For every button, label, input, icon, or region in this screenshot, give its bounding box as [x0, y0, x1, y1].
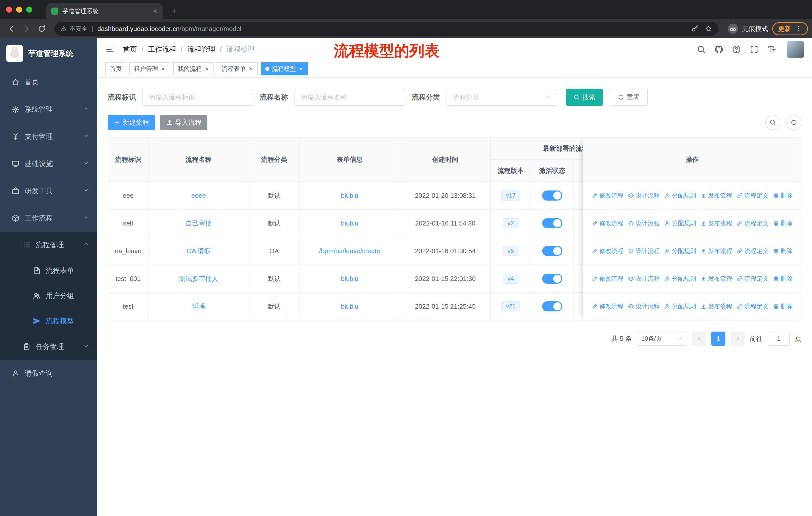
sidebar-item-dev-tools[interactable]: 研发工具: [0, 178, 97, 205]
sidebar-item-infrastructure[interactable]: 基础设施: [0, 150, 97, 178]
action-definition[interactable]: 流程定义: [737, 191, 768, 199]
create-process-button[interactable]: 新建流程: [108, 115, 155, 130]
tag[interactable]: 我的流程: [173, 62, 214, 75]
prev-page-button[interactable]: [692, 332, 706, 346]
tag[interactable]: 流程模型: [261, 62, 308, 75]
cell-name[interactable]: 滔博: [192, 302, 205, 311]
sidebar-item-task-management[interactable]: 任务管理: [0, 333, 97, 360]
action-assign[interactable]: 分配规则: [664, 302, 696, 310]
breadcrumb-item[interactable]: 首页: [123, 45, 137, 54]
new-tab-button[interactable]: [167, 4, 181, 18]
tag-close-icon[interactable]: [298, 66, 303, 71]
action-assign[interactable]: 分配规则: [664, 247, 696, 255]
sidebar-item-user-group[interactable]: 用户分组: [0, 283, 97, 308]
back-icon[interactable]: [4, 21, 19, 36]
status-toggle[interactable]: [542, 218, 562, 228]
hamburger-icon[interactable]: [105, 45, 115, 54]
action-publish[interactable]: 发布流程: [700, 219, 732, 227]
action-design[interactable]: 设计流程: [628, 191, 660, 199]
action-delete[interactable]: 删除: [773, 191, 793, 199]
status-toggle[interactable]: [542, 190, 562, 200]
cell-form[interactable]: biubiu: [341, 192, 358, 199]
breadcrumb-item[interactable]: 流程管理: [187, 45, 215, 54]
action-edit[interactable]: 修改流程: [592, 219, 624, 227]
action-publish[interactable]: 发布流程: [700, 275, 732, 283]
update-button[interactable]: 更新: [772, 22, 808, 35]
maximize-window-button[interactable]: [26, 6, 32, 12]
action-assign[interactable]: 分配规则: [664, 219, 696, 227]
status-toggle[interactable]: [542, 246, 562, 256]
action-definition[interactable]: 流程定义: [737, 219, 768, 227]
sidebar-item-home[interactable]: 首页: [0, 69, 97, 96]
action-edit[interactable]: 修改流程: [592, 191, 624, 199]
breadcrumb-item[interactable]: 工作流程: [148, 45, 176, 54]
status-toggle[interactable]: [542, 301, 562, 311]
category-select[interactable]: 流程分类: [446, 89, 557, 106]
import-process-button[interactable]: 导入流程: [160, 115, 207, 130]
cell-name[interactable]: 测试多审批人: [179, 274, 218, 283]
browser-tab[interactable]: 芋道管理系统: [46, 3, 163, 19]
security-chip[interactable]: 不安全: [60, 25, 88, 33]
goto-page-input[interactable]: [768, 332, 790, 346]
reset-button[interactable]: 重置: [610, 89, 648, 106]
kebab-menu-icon[interactable]: [795, 25, 802, 32]
sidebar-item-leave-query[interactable]: 请假查询: [0, 360, 97, 387]
refresh-table-button[interactable]: [786, 115, 802, 130]
sidebar-item-payment[interactable]: 支付管理: [0, 123, 97, 150]
action-delete[interactable]: 删除: [773, 247, 793, 255]
action-delete[interactable]: 删除: [773, 275, 793, 283]
status-toggle[interactable]: [542, 274, 562, 284]
avatar[interactable]: [787, 41, 804, 58]
bookmark-star-icon[interactable]: [705, 25, 712, 32]
cell-name[interactable]: OA 请假: [186, 247, 210, 255]
question-icon[interactable]: [732, 45, 741, 54]
address-bar[interactable]: 不安全 | dashboard.yudao.iocoder.cn/bpm/man…: [54, 22, 718, 36]
action-delete[interactable]: 删除: [773, 219, 793, 227]
cell-form[interactable]: biubiu: [341, 219, 358, 227]
action-publish[interactable]: 发布流程: [700, 302, 732, 310]
action-definition[interactable]: 流程定义: [737, 247, 768, 255]
action-design[interactable]: 设计流程: [628, 275, 660, 283]
cell-form[interactable]: /bpm/oa/leave/create: [319, 247, 380, 255]
process-name-input[interactable]: [294, 89, 405, 106]
action-design[interactable]: 设计流程: [628, 302, 660, 310]
action-edit[interactable]: 修改流程: [592, 302, 624, 310]
sidebar-item-workflow[interactable]: 工作流程: [0, 205, 97, 232]
action-definition[interactable]: 流程定义: [737, 275, 768, 283]
search-icon[interactable]: [697, 45, 706, 54]
github-icon[interactable]: [714, 45, 723, 54]
action-design[interactable]: 设计流程: [628, 247, 660, 255]
tag-close-icon[interactable]: [161, 66, 166, 71]
action-publish[interactable]: 发布流程: [700, 247, 732, 255]
page-size-select[interactable]: 10条/页: [637, 332, 687, 346]
action-publish[interactable]: 发布流程: [700, 191, 732, 199]
tag[interactable]: 租户管理: [129, 62, 170, 75]
cell-name[interactable]: 自己审批: [185, 219, 212, 228]
cell-form[interactable]: biubiu: [341, 275, 358, 283]
toggle-search-button[interactable]: [765, 115, 780, 130]
key-icon[interactable]: [691, 25, 699, 32]
tag-close-icon[interactable]: [248, 66, 253, 71]
action-assign[interactable]: 分配规则: [664, 191, 696, 199]
fullscreen-icon[interactable]: [750, 45, 759, 54]
tag[interactable]: 首页: [105, 62, 126, 75]
action-design[interactable]: 设计流程: [628, 219, 660, 227]
sidebar-item-process-management[interactable]: 流程管理: [0, 232, 97, 258]
sidebar-item-process-form[interactable]: 流程表单: [0, 258, 97, 283]
action-assign[interactable]: 分配规则: [664, 275, 696, 283]
action-edit[interactable]: 修改流程: [592, 247, 624, 255]
next-page-button[interactable]: [730, 332, 745, 346]
action-delete[interactable]: 删除: [773, 302, 793, 310]
sidebar-item-process-model[interactable]: 流程模型: [0, 308, 97, 333]
action-definition[interactable]: 流程定义: [737, 302, 768, 310]
sidebar-item-system[interactable]: 系统管理: [0, 96, 97, 123]
reload-icon[interactable]: [34, 21, 49, 36]
tag-close-icon[interactable]: [204, 66, 209, 71]
process-id-input[interactable]: [142, 89, 253, 106]
cell-name[interactable]: eeee: [191, 192, 206, 199]
current-page-button[interactable]: 1: [711, 332, 725, 346]
fontsize-icon[interactable]: [767, 45, 776, 54]
tab-close-icon[interactable]: [152, 8, 158, 14]
minimize-window-button[interactable]: [16, 6, 22, 12]
tag[interactable]: 流程表单: [217, 62, 258, 75]
